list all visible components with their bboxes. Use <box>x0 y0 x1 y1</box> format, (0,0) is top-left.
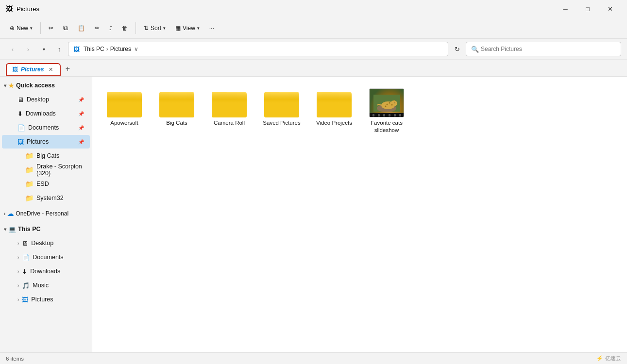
quick-access-label: Quick access <box>16 82 55 89</box>
toolbar-separator-2 <box>136 22 136 34</box>
sidebar-item-pictures[interactable]: 🖼 Pictures 📌 <box>2 135 90 149</box>
path-chevron-1: › <box>106 46 108 52</box>
svg-point-5 <box>389 102 390 103</box>
this-pc-icon: 💻 <box>8 226 16 233</box>
pc-documents-chevron-icon: › <box>17 255 19 260</box>
onedrive-chevron-icon: › <box>4 211 5 216</box>
slideshow-name: Favorite cats slideshow <box>364 119 409 134</box>
sidebar-item-drake[interactable]: 📁 Drake - Scorpion (320) <box>2 163 90 177</box>
sidebar-section-onedrive[interactable]: › ☁ OneDrive - Personal <box>0 207 92 220</box>
file-favorite-cats-slideshow[interactable]: Favorite cats slideshow <box>362 84 411 138</box>
sidebar-item-pc-downloads[interactable]: › ⬇ Downloads <box>2 265 90 278</box>
svg-point-6 <box>391 104 392 105</box>
pin-icon-pictures: 📌 <box>78 139 84 145</box>
sidebar-item-downloads[interactable]: ⬇ Downloads 📌 <box>2 107 90 120</box>
copy-button[interactable]: ⧉ <box>59 21 72 34</box>
pin-icon-documents: 📌 <box>78 125 84 131</box>
paste-icon: 📋 <box>78 25 85 32</box>
path-current: Pictures <box>110 46 131 52</box>
sidebar-item-esd[interactable]: 📁 ESD <box>2 177 90 191</box>
sidebar-section-this-pc[interactable]: ▾ 💻 This PC <box>0 222 92 236</box>
sidebar-item-pc-music[interactable]: › 🎵 Music <box>2 279 90 292</box>
paste-button[interactable]: 📋 <box>74 22 89 34</box>
add-tab-button[interactable]: + <box>62 63 73 75</box>
share-icon: ⤴ <box>109 25 112 32</box>
this-pc-chevron-icon: ▾ <box>4 227 6 232</box>
folder-apowersoft[interactable]: Apowersoft <box>100 84 149 138</box>
sidebar-item-pc-documents[interactable]: › 📄 Documents <box>2 250 90 264</box>
rename-icon: ✏ <box>95 25 100 32</box>
sidebar-item-desktop[interactable]: 🖥 Desktop 📌 <box>2 93 90 106</box>
content-area: Apowersoft Big Cats Camera Roll <box>92 77 627 352</box>
star-icon: ★ <box>8 82 14 89</box>
folder-big-cats-name: Big Cats <box>166 119 187 127</box>
tab-close-button[interactable]: ✕ <box>47 66 54 73</box>
folder-camera-roll[interactable]: Camera Roll <box>205 84 254 138</box>
folder-icon-drake: 📁 <box>25 166 34 174</box>
more-button[interactable]: ··· <box>205 22 218 34</box>
folder-video-projects[interactable]: Video Projects <box>310 84 358 138</box>
folder-saved-pictures[interactable]: Saved Pictures <box>257 84 306 138</box>
sidebar-item-pc-pictures[interactable]: › 🖼 Pictures <box>2 293 90 306</box>
documents-icon: 📄 <box>17 124 25 132</box>
refresh-button[interactable]: ↻ <box>450 42 464 56</box>
folder-video-projects-icon <box>317 88 352 117</box>
share-button[interactable]: ⤴ <box>105 22 116 34</box>
folder-video-projects-name: Video Projects <box>316 119 352 127</box>
sidebar-item-pc-desktop[interactable]: › 🖥 Desktop <box>2 236 90 250</box>
tabs-bar: 🖼 Pictures ✕ + <box>0 59 627 77</box>
pc-pictures-chevron-icon: › <box>17 297 19 302</box>
cheetah-svg <box>373 95 400 112</box>
up-button[interactable]: ↑ <box>52 42 66 56</box>
title-bar-title: Pictures <box>17 5 39 13</box>
downloads-icon: ⬇ <box>17 110 23 117</box>
new-button[interactable]: ⊕ New ▾ <box>6 22 36 34</box>
pc-downloads-chevron-icon: › <box>17 269 19 274</box>
svg-point-9 <box>394 102 395 103</box>
rename-button[interactable]: ✏ <box>91 22 103 34</box>
folder-icon-esd: 📁 <box>25 180 34 188</box>
forward-button[interactable]: › <box>21 42 35 56</box>
delete-icon: 🗑 <box>122 25 128 32</box>
path-this-pc: This PC <box>84 46 104 52</box>
search-box[interactable]: 🔍 <box>466 42 621 56</box>
minimize-button[interactable]: ─ <box>554 1 576 16</box>
view-button[interactable]: ▦ View ▾ <box>171 22 203 34</box>
folder-saved-pictures-icon <box>264 88 299 117</box>
pc-pictures-icon: 🖼 <box>22 296 28 303</box>
title-bar-icon: 🖼 <box>6 5 13 13</box>
search-input[interactable] <box>481 46 616 52</box>
onedrive-label: OneDrive - Personal <box>16 210 68 217</box>
tab-label: Pictures <box>21 66 44 73</box>
maximize-button[interactable]: □ <box>576 1 599 16</box>
svg-point-7 <box>385 105 386 107</box>
folder-apowersoft-name: Apowersoft <box>110 119 138 127</box>
path-dropdown-icon: ∨ <box>134 46 138 52</box>
svg-point-3 <box>390 100 397 106</box>
pc-documents-icon: 📄 <box>22 254 30 261</box>
new-icon: ⊕ <box>10 25 15 32</box>
pc-music-icon: 🎵 <box>22 282 30 289</box>
address-path[interactable]: 🖼 This PC › Pictures ∨ <box>68 42 448 56</box>
folder-icon-big-cats: 📁 <box>25 152 34 160</box>
toolbar-separator <box>40 22 41 34</box>
svg-point-4 <box>386 103 388 105</box>
cut-button[interactable]: ✂ <box>45 22 57 34</box>
delete-button[interactable]: 🗑 <box>118 22 132 34</box>
main-container: ▾ ★ Quick access 🖥 Desktop 📌 ⬇ Downloads… <box>0 77 627 352</box>
recent-locations-button[interactable]: ▾ <box>37 42 51 56</box>
watermark: ⚡ 亿速云 <box>596 355 621 362</box>
back-button[interactable]: ‹ <box>6 42 19 56</box>
close-button[interactable]: ✕ <box>599 1 621 16</box>
tab-pictures[interactable]: 🖼 Pictures ✕ <box>6 63 61 76</box>
sidebar-item-big-cats[interactable]: 📁 Big Cats <box>2 149 90 163</box>
sidebar-item-documents[interactable]: 📄 Documents 📌 <box>2 121 90 134</box>
sort-button[interactable]: ⇅ Sort ▾ <box>140 22 169 34</box>
folder-saved-pictures-name: Saved Pictures <box>263 119 300 127</box>
address-bar: ‹ › ▾ ↑ 🖼 This PC › Pictures ∨ ↻ 🔍 <box>0 39 627 59</box>
folder-big-cats[interactable]: Big Cats <box>153 84 201 138</box>
sidebar-section-quick-access[interactable]: ▾ ★ Quick access <box>0 79 92 92</box>
folder-camera-roll-name: Camera Roll <box>214 119 245 127</box>
sidebar-item-system32[interactable]: 📁 System32 <box>2 191 90 205</box>
folder-icon-system32: 📁 <box>25 194 34 202</box>
